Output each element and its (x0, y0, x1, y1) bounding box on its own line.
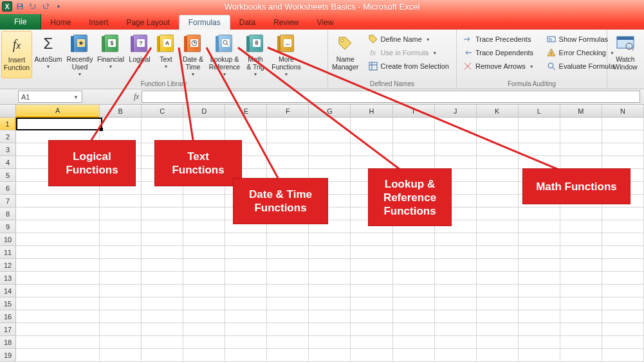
cell[interactable] (477, 143, 519, 156)
cell[interactable] (393, 130, 435, 143)
cell[interactable] (16, 349, 100, 362)
cell[interactable] (16, 169, 100, 182)
cell[interactable] (100, 182, 142, 195)
cell[interactable] (16, 297, 100, 310)
cell[interactable] (183, 220, 225, 233)
cell[interactable] (16, 156, 100, 169)
evaluate-formula-item[interactable]: Evaluate Formula (544, 60, 616, 72)
cell[interactable] (267, 259, 309, 272)
name-box[interactable]: A1 ▼ (18, 91, 82, 103)
column-header[interactable]: J (435, 105, 477, 118)
cell[interactable] (393, 272, 435, 285)
create-from-selection-item[interactable]: Create from Selection (366, 60, 451, 72)
cell[interactable] (142, 349, 183, 362)
cell[interactable] (351, 233, 392, 246)
trace-dependents-item[interactable]: Trace Dependents (461, 47, 536, 58)
row-header[interactable]: 13 (0, 272, 16, 285)
cell[interactable] (477, 285, 519, 297)
row-header[interactable]: 17 (0, 323, 16, 336)
logical-button[interactable]: ? Logical ▼ (126, 31, 153, 78)
cell[interactable] (225, 246, 267, 259)
cell[interactable] (267, 156, 309, 169)
cell[interactable] (267, 143, 309, 156)
cell[interactable] (602, 182, 644, 195)
cell[interactable] (351, 336, 392, 349)
cell[interactable] (16, 285, 100, 297)
cell[interactable] (351, 130, 392, 143)
cell[interactable] (225, 310, 267, 323)
cell[interactable] (100, 285, 142, 297)
cell[interactable] (519, 259, 560, 272)
cell[interactable] (142, 336, 183, 349)
cell[interactable] (602, 233, 644, 246)
undo-icon[interactable] (28, 1, 38, 12)
cell[interactable] (602, 246, 644, 259)
fx-icon[interactable]: fx (134, 92, 139, 102)
cell[interactable] (16, 143, 100, 156)
insert-function-button[interactable]: fx Insert Function (1, 31, 32, 78)
cell[interactable] (142, 130, 183, 143)
cell[interactable] (393, 259, 435, 272)
cell[interactable] (225, 220, 267, 233)
row-header[interactable]: 2 (0, 130, 16, 143)
cell[interactable] (183, 233, 225, 246)
cell[interactable] (560, 169, 602, 182)
cell[interactable] (225, 259, 267, 272)
cell[interactable] (435, 208, 477, 220)
tab-view[interactable]: View (308, 15, 343, 30)
cell[interactable] (435, 297, 477, 310)
cell[interactable] (519, 349, 560, 362)
cell[interactable] (16, 246, 100, 259)
cell[interactable] (477, 169, 519, 182)
cell[interactable] (560, 233, 602, 246)
cell[interactable] (435, 246, 477, 259)
cell[interactable] (393, 323, 435, 336)
column-header[interactable]: G (309, 105, 351, 118)
cell[interactable] (183, 208, 225, 220)
cell[interactable] (519, 297, 560, 310)
cell[interactable] (100, 220, 142, 233)
cell[interactable] (351, 246, 392, 259)
cell[interactable] (183, 285, 225, 297)
formula-input[interactable] (142, 91, 640, 103)
cell[interactable] (477, 130, 519, 143)
redo-icon[interactable] (41, 1, 51, 12)
cell[interactable] (560, 220, 602, 233)
name-manager-button[interactable]: Name Manager (329, 31, 362, 78)
row-header[interactable]: 19 (0, 349, 16, 362)
cell[interactable] (267, 208, 309, 220)
cell[interactable] (519, 118, 560, 130)
cell[interactable] (309, 349, 351, 362)
cell[interactable] (309, 285, 351, 297)
cell[interactable] (393, 349, 435, 362)
cell[interactable] (309, 220, 351, 233)
cell[interactable] (477, 182, 519, 195)
cell[interactable] (519, 323, 560, 336)
qat-customize-icon[interactable]: ▼ (53, 1, 64, 12)
cell[interactable] (519, 310, 560, 323)
cell[interactable] (602, 156, 644, 169)
cell[interactable] (142, 118, 183, 130)
cells-area[interactable] (16, 118, 644, 362)
cell[interactable] (100, 336, 142, 349)
cell[interactable] (351, 169, 392, 182)
cell[interactable] (393, 182, 435, 195)
column-header[interactable]: A (16, 105, 100, 118)
cell[interactable] (560, 143, 602, 156)
cell[interactable] (519, 130, 560, 143)
cell[interactable] (100, 323, 142, 336)
cell[interactable] (309, 233, 351, 246)
cell[interactable] (142, 246, 183, 259)
cell[interactable] (183, 169, 225, 182)
cell[interactable] (560, 310, 602, 323)
trace-precedents-item[interactable]: Trace Precedents (461, 33, 536, 45)
cell[interactable] (16, 336, 100, 349)
tab-insert[interactable]: Insert (80, 15, 117, 30)
cell[interactable] (602, 169, 644, 182)
cell[interactable] (183, 156, 225, 169)
cell[interactable] (142, 259, 183, 272)
cell[interactable] (351, 143, 392, 156)
column-header[interactable]: D (183, 105, 225, 118)
cell[interactable] (100, 118, 142, 130)
cell[interactable] (309, 246, 351, 259)
